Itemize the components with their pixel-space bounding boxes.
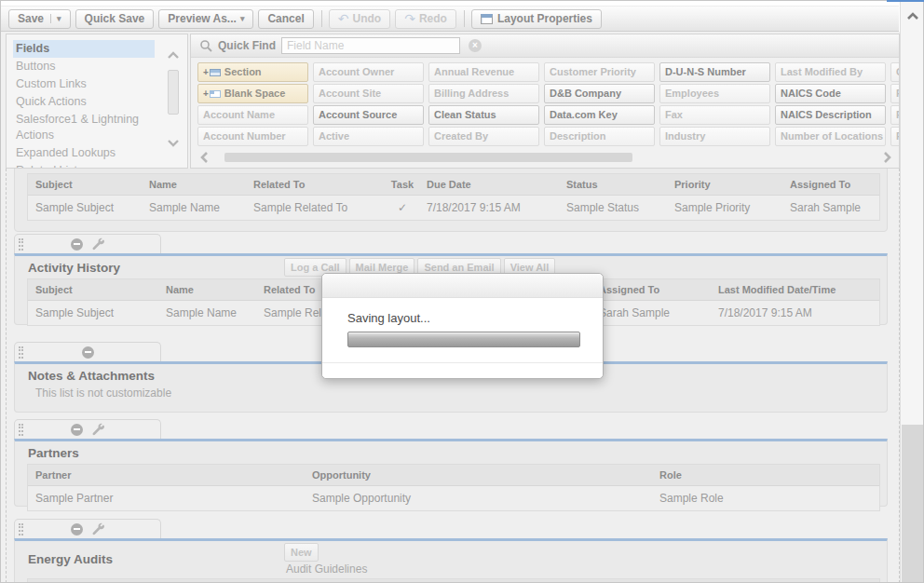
sidebar-item-fields[interactable]: Fields [13,40,155,58]
drag-handle-icon[interactable] [19,238,23,251]
preview-as-button[interactable]: Preview As... ▾ [158,9,253,29]
sidebar-item-custom-links[interactable]: Custom Links [13,75,155,93]
palette-field[interactable]: Clean Status [428,105,539,125]
scroll-up-icon[interactable] [167,51,180,61]
add-icon: + [203,85,209,102]
column-header: Role [652,465,879,485]
quick-find-label: Quick Find [218,39,276,52]
palette-field[interactable]: Account Site [313,84,424,103]
palette-field[interactable]: Account Source [313,105,424,125]
palette-field[interactable]: Data.com Key [544,105,655,125]
wrench-icon[interactable] [91,522,104,536]
palette-field[interactable]: Number of Locations [775,127,886,146]
palette-field[interactable]: Fax [659,105,770,125]
palette-field[interactable]: Customer Priority [544,62,655,82]
sidebar-item-related-lists[interactable]: Related Lists [13,162,155,169]
palette-field[interactable]: D-U-N-S Number [659,62,770,82]
drag-handle-icon[interactable] [19,523,23,536]
scrollbar-thumb[interactable] [168,70,179,115]
palette-field[interactable]: Annual Revenue [428,62,539,82]
remove-section-icon[interactable] [82,346,94,359]
palette-field[interactable]: Ra [890,127,899,146]
sidebar-item-expanded-lookups[interactable]: Expanded Lookups [13,144,155,162]
layout-properties-button[interactable]: Layout Properties [471,9,602,29]
scroll-down-icon[interactable] [167,138,180,147]
scrollbar-thumb[interactable] [224,153,632,162]
palette-horizontal-scrollbar[interactable] [198,151,893,164]
palette-field[interactable]: NAICS Description [775,105,886,125]
sidebar-item-salesforce1-lightning-actions[interactable]: Salesforce1 & Lightning Actions [13,111,155,144]
palette-field[interactable]: Active [313,127,424,146]
scroll-left-icon[interactable] [198,151,211,164]
column-header: Task [386,174,419,195]
palette-field[interactable]: Description [544,127,655,146]
palette-field[interactable]: NAICS Code [775,84,886,103]
scrollbar-track[interactable] [902,425,924,583]
quick-save-button[interactable]: Quick Save [75,9,155,29]
column-header: Energy Audit Name [28,579,879,583]
sidebar-item-quick-actions[interactable]: Quick Actions [13,93,155,111]
palette-field[interactable]: Billing Address [428,84,539,103]
palette-field[interactable]: Ov [890,62,899,82]
activity-history-section-tab[interactable] [14,234,161,253]
quick-find-bar: Quick Find × [191,34,899,58]
dialog-footer [322,362,603,378]
notes-section-tab[interactable] [14,342,161,361]
column-header: Assigned To [591,279,711,300]
column-header: Subject [28,279,158,300]
dialog-header [322,274,603,298]
column-header: Name [142,174,246,195]
remove-section-icon[interactable] [71,424,83,436]
save-button[interactable]: Save ▾ [8,9,71,29]
scroll-up-icon[interactable] [906,11,919,21]
palette-field[interactable]: Industry [659,127,770,146]
sidebar-item-buttons[interactable]: Buttons [13,58,155,75]
saving-message: Saving layout... [347,311,603,325]
energy-audits-section-tab[interactable] [14,519,161,538]
remove-section-icon[interactable] [71,523,83,536]
cell: Sarah Sample [591,301,711,325]
undo-button: ↶ Undo [329,9,390,29]
table-row: Sample Subject Sample Name Sample Relate… [28,196,879,220]
palette-item-label: Blank Space [224,85,285,102]
page-vertical-scrollbar[interactable] [900,0,924,583]
progress-bar [347,332,580,347]
quick-find-input[interactable] [281,37,460,54]
column-header: Status [559,174,667,195]
cell: Sample Related To [246,196,386,220]
scroll-right-icon[interactable] [881,151,893,164]
palette-field[interactable]: Employees [659,84,770,103]
palette-field[interactable]: Created By [428,127,539,146]
section-title: Partners [28,446,79,460]
section-title: Notes & Attachments [28,369,155,383]
cell: Sample Subject [28,301,158,325]
cell: Sample Name [158,301,256,325]
palette-field[interactable]: Last Modified By [775,62,886,82]
add-icon: + [203,63,209,81]
drag-handle-icon[interactable] [19,346,23,359]
clear-search-icon[interactable]: × [469,39,482,52]
fields-palette: Quick Find × + Section + Blank Space Acc… [190,34,900,169]
sidebar-scrollbar[interactable] [167,51,181,162]
column-header: Subject [28,174,142,195]
audit-guidelines-link: Audit Guidelines [286,563,367,576]
column-header: Opportunity [305,465,652,485]
partners-section-tab[interactable] [14,419,161,439]
palette-field[interactable]: Account Name [197,105,308,125]
wrench-icon[interactable] [91,423,104,436]
drag-handle-icon[interactable] [19,424,23,436]
palette-field[interactable]: Account Number [197,127,308,146]
palette-field[interactable]: D&B Company [544,84,655,103]
palette-item-blank-space[interactable]: + Blank Space [197,84,308,103]
save-dropdown-arrow-icon[interactable]: ▾ [50,14,61,23]
preview-as-label: Preview As... [168,12,237,25]
palette-item-section[interactable]: + Section [197,62,308,82]
column-header: Priority [667,174,782,195]
palette-field[interactable]: Account Owner [313,62,424,82]
undo-label: Undo [353,12,382,25]
remove-section-icon[interactable] [71,238,83,251]
cancel-button[interactable]: Cancel [258,9,313,29]
palette-field[interactable]: Pa [890,84,899,103]
wrench-icon[interactable] [91,237,104,251]
palette-field[interactable]: Ph [890,105,899,125]
